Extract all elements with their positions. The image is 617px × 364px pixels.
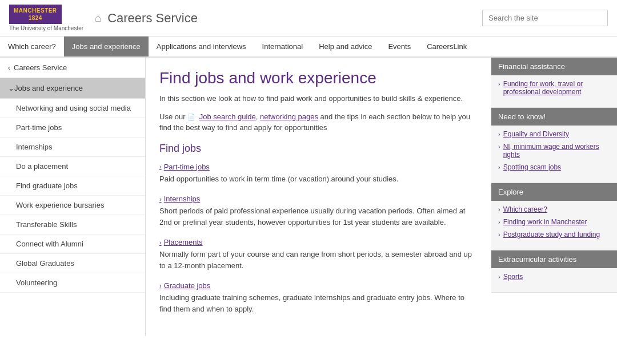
- right-box-extra-item-1: › Sports: [498, 273, 610, 281]
- job-link-graduate[interactable]: › Graduate jobs: [159, 281, 478, 290]
- content-guide-text: Use our 📄 Job search guide, networking p…: [159, 111, 478, 134]
- right-box-explore-item-1: › Which career?: [498, 205, 610, 213]
- right-box-extracurricular: Extracurricular activities › Sports: [491, 250, 617, 293]
- sidebar-item-placement[interactable]: Do a placement: [0, 157, 145, 176]
- sidebar-active-jobs[interactable]: ⌄ Jobs and experience: [0, 78, 145, 99]
- nav-careerslink[interactable]: CareersLink: [419, 37, 475, 56]
- right-box-needtoknow-body: › Equality and Diversity › NI, minimum w…: [491, 126, 617, 183]
- nav-events[interactable]: Events: [380, 37, 419, 56]
- right-box-explore-header: Explore: [491, 183, 617, 201]
- chevron-down-icon: ⌄: [8, 84, 14, 92]
- chevron-icon-exp1: ›: [498, 206, 500, 213]
- page-title-header: Careers Service: [107, 11, 482, 26]
- chevron-icon-ntk3: ›: [498, 164, 500, 171]
- sidebar-item-internships[interactable]: Internships: [0, 137, 145, 157]
- chevron-icon-ntk1: ›: [498, 131, 500, 137]
- chevron-right-icon: ›: [159, 163, 162, 170]
- sidebar-item-graduate-jobs[interactable]: Find graduate jobs: [0, 176, 145, 196]
- logo-year: 1824: [14, 14, 57, 22]
- content-heading: Find jobs and work experience: [159, 69, 478, 87]
- right-box-explore-body: › Which career? › Finding work in Manche…: [491, 201, 617, 250]
- right-box-ntk-item-2: › NI, minimum wage and workers rights: [498, 143, 610, 159]
- job-desc-graduate: Including graduate training schemes, gra…: [159, 292, 478, 314]
- job-item-placements: › Placements Normally form part of your …: [159, 238, 478, 271]
- networking-pages-link[interactable]: networking pages: [260, 112, 318, 121]
- comma-separator: ,: [256, 112, 258, 121]
- job-desc-parttime: Paid opportunities to work in term time …: [159, 173, 478, 185]
- job-desc-placements: Normally form part of your course and ca…: [159, 249, 478, 271]
- header: MANCHESTER 1824 The University of Manche…: [0, 0, 617, 37]
- nav-international[interactable]: International: [254, 37, 311, 56]
- equality-link[interactable]: Equality and Diversity: [503, 130, 569, 138]
- job-link-internships[interactable]: › Internships: [159, 195, 478, 203]
- sports-link[interactable]: Sports: [503, 273, 523, 281]
- job-item-graduate: › Graduate jobs Including graduate train…: [159, 281, 478, 314]
- sidebar-item-transferable[interactable]: Transferable Skills: [0, 215, 145, 234]
- logo-subtitle: The University of Manchester: [9, 25, 83, 31]
- right-sidebar: Financial assistance › Funding for work,…: [491, 58, 617, 336]
- job-item-internships: › Internships Short periods of paid prof…: [159, 195, 478, 228]
- sidebar-item-bursaries[interactable]: Work experience bursaries: [0, 196, 145, 215]
- nav-jobs-experience[interactable]: Jobs and experience: [64, 37, 149, 56]
- funding-link[interactable]: Funding for work, travel or professional…: [503, 80, 610, 96]
- right-box-ntk-item-1: › Equality and Diversity: [498, 130, 610, 138]
- right-box-extracurricular-header: Extracurricular activities: [491, 250, 617, 268]
- right-box-explore: Explore › Which career? › Finding work i…: [491, 183, 617, 250]
- job-search-guide-link[interactable]: Job search guide: [199, 112, 256, 121]
- sidebar-active-label: Jobs and experience: [14, 84, 83, 92]
- chevron-icon-ext1: ›: [498, 273, 500, 280]
- job-link-parttime[interactable]: › Part-time jobs: [159, 163, 478, 171]
- job-item-parttime: › Part-time jobs Paid opportunities to w…: [159, 163, 478, 185]
- postgrad-link[interactable]: Postgraduate study and funding: [503, 230, 600, 238]
- nav-which-career[interactable]: Which career?: [0, 37, 64, 56]
- chevron-right-icon-2: ›: [159, 196, 162, 203]
- guide-prefix: Use our: [159, 112, 186, 121]
- right-box-financial: Financial assistance › Funding for work,…: [491, 58, 617, 108]
- chevron-icon-exp2: ›: [498, 219, 500, 225]
- section-heading-find-jobs: Find jobs: [159, 143, 478, 155]
- which-career-link[interactable]: Which career?: [503, 205, 547, 213]
- logo-block[interactable]: MANCHESTER 1824 The University of Manche…: [9, 5, 83, 31]
- right-box-explore-item-3: › Postgraduate study and funding: [498, 230, 610, 238]
- job-link-label-internships: Internships: [164, 195, 201, 203]
- right-box-financial-header: Financial assistance: [491, 58, 617, 75]
- nav-applications[interactable]: Applications and interviews: [149, 37, 254, 56]
- nav-bar: Which career? Jobs and experience Applic…: [0, 37, 617, 58]
- right-box-financial-item-1: › Funding for work, travel or profession…: [498, 80, 610, 96]
- chevron-icon-ntk2: ›: [498, 143, 500, 150]
- right-box-explore-item-2: › Finding work in Manchester: [498, 218, 610, 226]
- nav-help-advice[interactable]: Help and advice: [311, 37, 380, 56]
- logo-manchester: MANCHESTER: [14, 7, 57, 14]
- chevron-icon-exp3: ›: [498, 231, 500, 238]
- sidebar-parent-label: Careers Service: [14, 63, 67, 72]
- sidebar-item-parttime[interactable]: Part-time jobs: [0, 118, 145, 137]
- sidebar: ‹ Careers Service ⌄ Jobs and experience …: [0, 58, 146, 336]
- chevron-left-icon: ‹: [8, 64, 10, 72]
- scam-link[interactable]: Spotting scam jobs: [503, 163, 561, 171]
- job-link-placements[interactable]: › Placements: [159, 238, 478, 246]
- job-desc-internships: Short periods of paid professional exper…: [159, 205, 478, 228]
- content-intro: In this section we look at how to find p…: [159, 93, 478, 104]
- right-box-needtoknow: Need to know! › Equality and Diversity ›…: [491, 108, 617, 183]
- pdf-icon: 📄: [187, 114, 195, 120]
- right-box-ntk-item-3: › Spotting scam jobs: [498, 163, 610, 171]
- main-layout: ‹ Careers Service ⌄ Jobs and experience …: [0, 58, 617, 336]
- sidebar-parent-careers[interactable]: ‹ Careers Service: [0, 58, 145, 78]
- chevron-right-icon-3: ›: [159, 239, 162, 246]
- sidebar-item-alumni[interactable]: Connect with Alumni: [0, 234, 145, 254]
- home-icon[interactable]: ⌂: [95, 11, 102, 25]
- search-input[interactable]: [482, 10, 608, 26]
- sidebar-item-networking[interactable]: Networking and using social media: [0, 99, 145, 118]
- chevron-right-icon-4: ›: [159, 282, 162, 289]
- right-box-needtoknow-header: Need to know!: [491, 108, 617, 126]
- content-area: Find jobs and work experience In this se…: [146, 58, 491, 336]
- finding-work-link[interactable]: Finding work in Manchester: [503, 218, 587, 226]
- ni-link[interactable]: NI, minimum wage and workers rights: [503, 143, 610, 159]
- sidebar-item-volunteering[interactable]: Volunteering: [0, 273, 145, 293]
- right-box-financial-body: › Funding for work, travel or profession…: [491, 75, 617, 108]
- right-box-extracurricular-body: › Sports: [491, 268, 617, 293]
- sidebar-item-global[interactable]: Global Graduates: [0, 254, 145, 273]
- job-link-label-placements: Placements: [164, 238, 203, 246]
- job-link-label-parttime: Part-time jobs: [164, 163, 210, 171]
- logo-badge: MANCHESTER 1824: [9, 5, 62, 24]
